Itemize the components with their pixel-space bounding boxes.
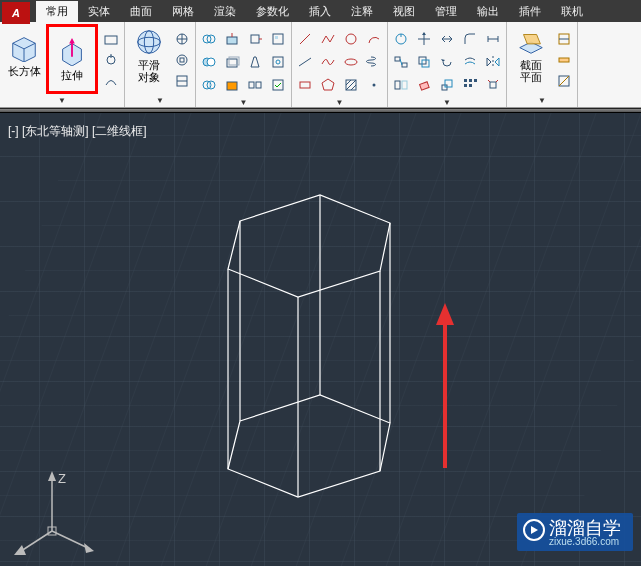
svg-rect-5 — [105, 36, 117, 44]
tab-parametric[interactable]: 参数化 — [246, 1, 299, 22]
mesh-tool-2[interactable] — [171, 49, 193, 71]
svg-point-12 — [177, 55, 187, 65]
check-icon[interactable] — [267, 74, 289, 96]
box-button[interactable]: 长方体 — [2, 24, 46, 86]
tab-mesh[interactable]: 网格 — [162, 1, 204, 22]
box-label: 长方体 — [8, 64, 41, 79]
svg-rect-49 — [402, 63, 407, 67]
rectangle-icon[interactable] — [294, 74, 316, 96]
polygon-icon[interactable] — [317, 74, 339, 96]
tab-output[interactable]: 输出 — [467, 1, 509, 22]
fillet-icon[interactable] — [459, 28, 481, 50]
panel-solid-edit-expand[interactable]: ▼ — [198, 96, 289, 109]
move-face-icon[interactable] — [244, 28, 266, 50]
svg-point-38 — [345, 59, 357, 65]
intersect-icon[interactable] — [198, 74, 220, 96]
copy-icon[interactable] — [413, 51, 435, 73]
extrude-highlight: 拉伸 — [46, 24, 98, 94]
rotate-icon[interactable] — [436, 51, 458, 73]
panel-modify-expand[interactable]: ▼ — [390, 96, 504, 109]
polyline-icon[interactable] — [317, 28, 339, 50]
align-icon[interactable] — [390, 51, 412, 73]
box-icon — [9, 32, 39, 62]
svg-rect-18 — [227, 37, 237, 44]
extrude-face-icon[interactable] — [221, 28, 243, 50]
primitive-tool-2[interactable] — [100, 49, 122, 71]
section-tool-3[interactable] — [553, 70, 575, 92]
svg-marker-56 — [495, 58, 499, 66]
mesh-tool-3[interactable] — [171, 70, 193, 92]
viewport-label[interactable]: [-] [东北等轴测] [二维线框] — [8, 123, 147, 140]
shell-icon[interactable] — [267, 28, 289, 50]
tab-insert[interactable]: 插入 — [299, 1, 341, 22]
svg-rect-39 — [300, 82, 310, 88]
svg-rect-58 — [402, 81, 407, 89]
color-face-icon[interactable] — [221, 74, 243, 96]
svg-marker-77 — [228, 395, 390, 497]
line-icon[interactable] — [294, 28, 316, 50]
helix-icon[interactable] — [363, 51, 385, 73]
section-tool-2[interactable] — [553, 49, 575, 71]
taper-face-icon[interactable] — [244, 51, 266, 73]
tab-view[interactable]: 视图 — [383, 1, 425, 22]
panel-draw-expand[interactable]: ▼ — [294, 96, 385, 109]
svg-line-68 — [488, 80, 490, 82]
arc-icon[interactable] — [363, 28, 385, 50]
rotate3d-icon[interactable] — [390, 28, 412, 50]
move-icon[interactable] — [413, 28, 435, 50]
ribbon: 长方体 拉伸 ▼ — [0, 22, 641, 108]
array-icon[interactable] — [459, 74, 481, 96]
tab-surface[interactable]: 曲面 — [120, 1, 162, 22]
svg-rect-57 — [395, 81, 400, 89]
point-icon[interactable] — [363, 74, 385, 96]
imprint-icon[interactable] — [267, 51, 289, 73]
smooth-tools — [171, 24, 193, 90]
tab-plugins[interactable]: 插件 — [509, 1, 551, 22]
extrude-button[interactable]: 拉伸 — [50, 28, 94, 90]
subtract-icon[interactable] — [198, 51, 220, 73]
line2-icon[interactable] — [294, 51, 316, 73]
tab-manage[interactable]: 管理 — [425, 1, 467, 22]
section-label: 截面 平面 — [520, 59, 542, 83]
panel-section-expand[interactable]: ▼ — [509, 94, 575, 107]
explode-icon[interactable] — [482, 74, 504, 96]
primitive-tool-1[interactable] — [100, 28, 122, 50]
tab-solid[interactable]: 实体 — [78, 1, 120, 22]
svg-rect-20 — [251, 35, 259, 43]
smooth-button[interactable]: 平滑 对象 — [127, 24, 171, 86]
svg-marker-44 — [422, 32, 426, 35]
dimension-icon[interactable] — [482, 28, 504, 50]
circle-icon[interactable] — [340, 28, 362, 50]
panel-smooth-expand[interactable]: ▼ — [127, 94, 193, 107]
tab-render[interactable]: 渲染 — [204, 1, 246, 22]
scale-icon[interactable] — [436, 74, 458, 96]
svg-line-35 — [300, 34, 310, 44]
viewport[interactable]: [-] [东北等轴测] [二维线框] Z — [0, 113, 641, 566]
spline-icon[interactable] — [317, 51, 339, 73]
svg-line-88 — [18, 531, 52, 553]
svg-marker-93 — [531, 526, 538, 534]
tab-annotate[interactable]: 注释 — [341, 1, 383, 22]
trim-icon[interactable] — [436, 28, 458, 50]
union-icon[interactable] — [198, 28, 220, 50]
mirror3d-icon[interactable] — [390, 74, 412, 96]
svg-rect-92 — [48, 527, 56, 535]
separate-icon[interactable] — [244, 74, 266, 96]
erase-icon[interactable] — [413, 74, 435, 96]
section-tool-1[interactable] — [553, 28, 575, 50]
mesh-tool-1[interactable] — [171, 28, 193, 50]
ellipse-icon[interactable] — [340, 51, 362, 73]
tab-online[interactable]: 联机 — [551, 1, 593, 22]
svg-rect-22 — [275, 36, 278, 39]
svg-marker-91 — [14, 545, 26, 555]
hatch-icon[interactable] — [340, 74, 362, 96]
tab-common[interactable]: 常用 — [36, 1, 78, 22]
offset-icon[interactable] — [459, 51, 481, 73]
panel-primitives-expand[interactable]: ▼ — [2, 94, 122, 107]
primitive-tool-3[interactable] — [100, 70, 122, 92]
svg-rect-59 — [420, 82, 430, 90]
svg-line-87 — [52, 531, 90, 549]
offset-face-icon[interactable] — [221, 51, 243, 73]
section-button[interactable]: 截面 平面 — [509, 24, 553, 86]
mirror-icon[interactable] — [482, 51, 504, 73]
